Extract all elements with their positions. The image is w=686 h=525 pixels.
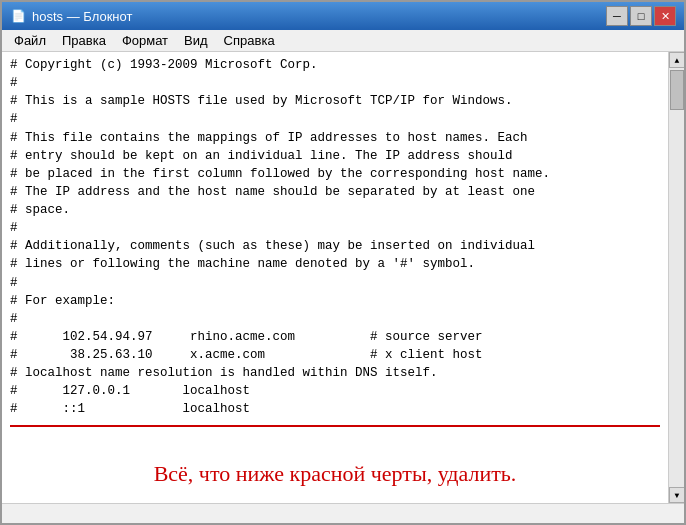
title-bar-left: 📄 hosts — Блокнот	[10, 8, 132, 24]
menu-format[interactable]: Формат	[114, 31, 176, 50]
close-button[interactable]: ✕	[654, 6, 676, 26]
title-bar: 📄 hosts — Блокнот ─ □ ✕	[2, 2, 684, 30]
menu-bar: Файл Правка Формат Вид Справка	[2, 30, 684, 52]
red-divider	[10, 425, 660, 427]
maximize-button[interactable]: □	[630, 6, 652, 26]
status-bar	[2, 503, 684, 523]
window-controls: ─ □ ✕	[606, 6, 676, 26]
editor-content[interactable]: # Copyright (c) 1993-2009 Microsoft Corp…	[2, 52, 668, 503]
vertical-scrollbar[interactable]: ▲ ▼	[668, 52, 684, 503]
scroll-up-button[interactable]: ▲	[669, 52, 684, 68]
instruction-text: Всё, что ниже красной черты, удалить.	[10, 431, 660, 497]
scroll-track[interactable]	[669, 68, 684, 487]
scroll-down-button[interactable]: ▼	[669, 487, 684, 503]
editor-area: # Copyright (c) 1993-2009 Microsoft Corp…	[2, 52, 684, 503]
code-block: # Copyright (c) 1993-2009 Microsoft Corp…	[10, 56, 660, 419]
menu-view[interactable]: Вид	[176, 31, 216, 50]
menu-help[interactable]: Справка	[216, 31, 283, 50]
window-title: hosts — Блокнот	[32, 9, 132, 24]
minimize-button[interactable]: ─	[606, 6, 628, 26]
scroll-thumb[interactable]	[670, 70, 684, 110]
menu-file[interactable]: Файл	[6, 31, 54, 50]
main-window: 📄 hosts — Блокнот ─ □ ✕ Файл Правка Форм…	[0, 0, 686, 525]
app-icon: 📄	[10, 8, 26, 24]
menu-edit[interactable]: Правка	[54, 31, 114, 50]
